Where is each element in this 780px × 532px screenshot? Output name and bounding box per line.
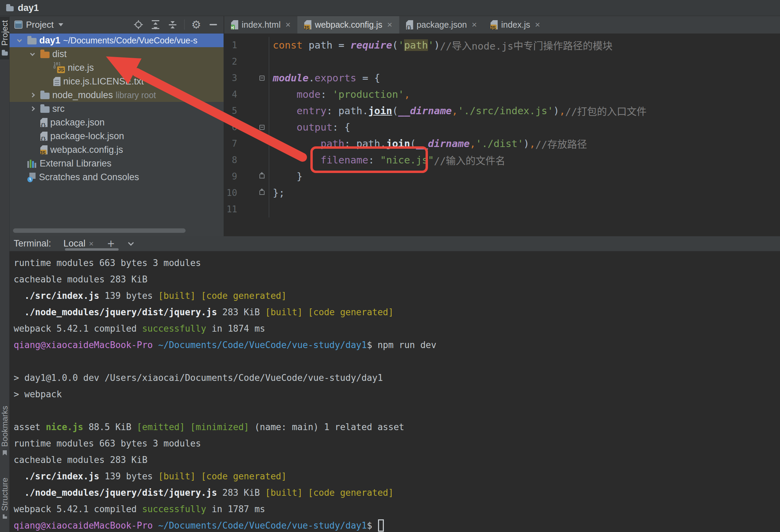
project-panel-title[interactable]: Project [26, 19, 54, 30]
hide-panel-button[interactable] [206, 18, 220, 31]
terminal-line: ./node_modules/jquery/dist/jquery.js 283… [14, 484, 780, 501]
chevron-right-icon[interactable] [30, 93, 35, 97]
chevron-slot [27, 107, 38, 110]
close-icon[interactable]: × [89, 239, 94, 249]
target-icon [134, 20, 143, 29]
stripe-button-structure[interactable]: Structure [0, 474, 10, 522]
minified-js-file-icon: 1010JS [53, 62, 65, 73]
tool-window-stripe: Project Bookmarks Structure [0, 16, 10, 532]
tab-webpack-config-js[interactable]: JSwebpack.config.js× [297, 16, 399, 34]
line-number: 1 [224, 40, 237, 50]
code-text: path: path.join(__dirname,'./dist'),//存放… [269, 135, 587, 152]
tree-item-node-modules[interactable]: node_modules library root [10, 88, 224, 102]
tree-item-external-libraries[interactable]: External Libraries [10, 157, 224, 170]
code-line: 1const path = require('path')//导入node.js… [224, 37, 780, 53]
tree-item-scratches-and-consoles[interactable]: Scratches and Consoles [10, 170, 224, 184]
horizontal-scrollbar[interactable] [13, 228, 186, 233]
folder-icon [40, 106, 50, 113]
terminal-line: ./node_modules/jquery/dist/jquery.js 283… [14, 304, 780, 320]
stripe-button-bookmarks[interactable]: Bookmarks [0, 402, 10, 459]
collapse-all-button[interactable] [166, 18, 179, 31]
fold-marker-icon[interactable] [259, 76, 265, 81]
code-text: filename: "nice.js"//输入的文件名 [269, 152, 505, 168]
code-text: const path = require('path')//导入node.js中… [269, 37, 613, 53]
stripe-label-structure: Structure [0, 478, 10, 511]
tab-label: package.json [417, 20, 467, 30]
line-number: 6 [224, 122, 237, 132]
tab-index-js[interactable]: JSindex.js× [484, 16, 547, 34]
tree-item-label: package-lock.json [50, 131, 124, 142]
terminal-line: asset nice.js 88.5 KiB [emitted] [minimi… [14, 419, 780, 435]
tree-item-webpack-config-js[interactable]: JSwebpack.config.js [10, 143, 224, 157]
tree-item-label: webpack.config.js [50, 145, 123, 155]
line-number: 8 [224, 155, 237, 165]
tree-item-package-json[interactable]: {}package.json [10, 116, 224, 129]
fold-end-marker-icon[interactable] [259, 191, 265, 195]
chevron-down-icon[interactable] [17, 38, 22, 42]
folder-icon [2, 51, 8, 55]
scratches-icon [27, 173, 36, 182]
line-number: 9 [224, 171, 237, 182]
line-number: 7 [224, 138, 237, 149]
tree-item-dist[interactable]: dist [10, 47, 224, 61]
project-panel: Project [10, 16, 224, 236]
chevron-down-icon[interactable] [30, 51, 35, 56]
tree-item-nice-js[interactable]: 1010JSnice.js [10, 61, 224, 75]
code-editor[interactable]: 1const path = require('path')//导入node.js… [224, 34, 780, 217]
tree-item-label: Scratches and Consoles [39, 172, 139, 183]
tab-index-html[interactable]: Hindex.html× [224, 16, 297, 34]
tree-item-label: day1 [39, 35, 60, 46]
expand-all-button[interactable] [149, 18, 162, 31]
tree-item-day1[interactable]: day1 ~/Documents/Code/VueCode/vue-s [10, 34, 224, 47]
tree-item-label: nice.js [68, 63, 94, 73]
close-icon[interactable]: × [472, 19, 477, 30]
close-icon[interactable]: × [387, 19, 392, 30]
close-icon[interactable]: × [535, 19, 540, 30]
chevron-slot [27, 52, 38, 56]
terminal-line: runtime modules 663 bytes 3 modules [14, 435, 780, 452]
bookmark-icon [3, 450, 7, 455]
close-icon[interactable]: × [285, 19, 291, 30]
tree-item-package-lock-json[interactable]: {}package-lock.json [10, 129, 224, 143]
fold-column [237, 76, 269, 81]
terminal-line: > day1@1.0.0 dev /Users/xiaocai/Document… [14, 370, 780, 386]
code-line: 5 entry: path.join(__dirname,'./src/inde… [224, 103, 780, 119]
fold-marker-icon[interactable] [259, 125, 265, 130]
chevron-slot [27, 93, 38, 97]
terminal-panel: Terminal: Local × + runtime modules 663 … [10, 236, 780, 532]
editor-tab-bar: Hindex.html×JSwebpack.config.js×{}packag… [224, 16, 780, 34]
terminal-label: Terminal: [14, 238, 51, 249]
editor-area: Hindex.html×JSwebpack.config.js×{}packag… [224, 16, 780, 236]
terminal-output[interactable]: runtime modules 663 bytes 3 modulescache… [10, 251, 780, 532]
locate-file-button[interactable] [132, 18, 145, 31]
tab-label: index.html [242, 20, 281, 30]
fold-column [237, 125, 269, 130]
tab-package-json[interactable]: {}package.json× [399, 16, 484, 34]
tree-item-src[interactable]: src [10, 102, 224, 116]
js-file-icon: JS [40, 145, 48, 155]
stripe-button-project[interactable]: Project [0, 17, 10, 59]
code-line: 8 filename: "nice.js"//输入的文件名 [224, 152, 780, 168]
fold-end-marker-icon[interactable] [259, 174, 265, 178]
terminal-line [14, 353, 780, 370]
terminal-tab-local[interactable]: Local × [64, 238, 94, 249]
html-badge: H [229, 25, 235, 31]
terminal-header: Terminal: Local × + [10, 236, 780, 251]
json-badge: {} [405, 24, 413, 31]
collapse-all-icon [168, 19, 177, 30]
line-number: 10 [224, 188, 237, 198]
chevron-right-icon[interactable] [30, 106, 35, 111]
terminal-dropdown-chevron-icon[interactable] [128, 240, 134, 245]
code-line: 7 path: path.join(__dirname,'./dist'),//… [224, 135, 780, 152]
tree-item-label: package.json [50, 117, 105, 128]
line-number: 2 [224, 56, 237, 67]
js-badge: JS [39, 150, 46, 156]
json-file-icon: {} [40, 132, 48, 141]
code-text: }; [269, 185, 285, 201]
line-number: 11 [224, 204, 237, 214]
chevron-down-icon[interactable] [58, 23, 63, 26]
tree-item-suffix: ~/Documents/Code/VueCode/vue-s [63, 36, 198, 45]
settings-gear-button[interactable]: ⚙ [189, 18, 203, 31]
expand-all-icon [151, 19, 160, 30]
tree-item-nice-js-license-txt[interactable]: nice.js.LICENSE.txt [10, 75, 224, 88]
